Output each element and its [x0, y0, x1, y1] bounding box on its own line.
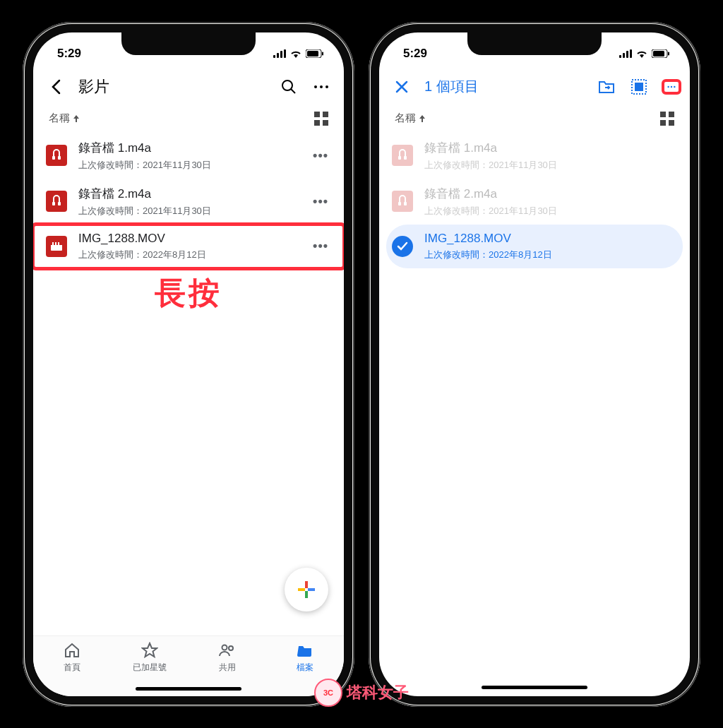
- select-all-button[interactable]: [629, 79, 649, 95]
- wifi-icon: [289, 49, 302, 58]
- sort-row: 名稱: [33, 106, 344, 129]
- folder-icon: [297, 642, 313, 659]
- star-icon: [141, 642, 158, 659]
- home-indicator[interactable]: [482, 686, 587, 689]
- svg-rect-36: [653, 51, 664, 56]
- battery-icon: [652, 49, 670, 58]
- more-button-highlighted[interactable]: [662, 79, 681, 95]
- annotation-label: 長按: [33, 273, 344, 314]
- svg-point-7: [282, 80, 292, 90]
- svg-rect-24: [58, 242, 59, 245]
- svg-rect-50: [404, 202, 407, 205]
- sort-row: 名稱: [379, 106, 690, 129]
- battery-icon: [306, 49, 324, 58]
- home-icon: [64, 642, 80, 659]
- file-item-selected[interactable]: IMG_1288.MOV 上次修改時間：2022年8月12日: [386, 225, 683, 268]
- file-sub: 上次修改時間：2021年11月30日: [424, 205, 674, 217]
- sort-button[interactable]: 名稱: [395, 112, 426, 125]
- more-button[interactable]: [311, 85, 331, 89]
- svg-rect-32: [623, 53, 625, 58]
- svg-rect-47: [398, 156, 401, 160]
- nav-label: 首頁: [64, 662, 80, 674]
- signal-icon: [619, 49, 632, 58]
- wifi-icon: [635, 49, 648, 58]
- fab-add-button[interactable]: [285, 568, 328, 611]
- svg-rect-16: [52, 156, 55, 160]
- nav-home[interactable]: 首頁: [33, 642, 111, 696]
- view-toggle-button[interactable]: [314, 112, 328, 126]
- page-title: 影片: [78, 76, 266, 97]
- svg-point-9: [314, 85, 317, 88]
- svg-point-41: [671, 85, 672, 87]
- arrow-up-icon: [419, 114, 426, 123]
- file-item[interactable]: 錄音檔 2.m4a 上次修改時間：2021年11月30日 •••: [33, 179, 344, 225]
- svg-rect-44: [669, 112, 674, 117]
- watermark: 3C 塔科女子: [314, 679, 409, 707]
- svg-rect-46: [669, 120, 674, 126]
- watermark-text: 塔科女子: [347, 682, 409, 703]
- svg-rect-25: [305, 581, 308, 588]
- notch: [121, 32, 256, 55]
- svg-rect-31: [619, 55, 621, 58]
- file-sub: 上次修改時間：2021年11月30日: [78, 159, 301, 172]
- nav-label: 共用: [219, 662, 236, 674]
- svg-rect-33: [626, 51, 628, 58]
- check-icon: [392, 236, 413, 257]
- file-item[interactable]: 錄音檔 1.m4a 上次修改時間：2021年11月30日: [379, 133, 690, 179]
- nav-label: 已加星號: [133, 662, 167, 674]
- svg-rect-3: [284, 49, 286, 58]
- svg-point-30: [229, 646, 233, 650]
- svg-rect-6: [322, 52, 323, 55]
- svg-rect-5: [307, 51, 318, 56]
- status-time: 5:29: [57, 47, 81, 61]
- search-button[interactable]: [279, 79, 299, 95]
- svg-rect-22: [52, 242, 54, 245]
- svg-rect-43: [660, 112, 666, 117]
- item-more-button[interactable]: •••: [313, 194, 328, 209]
- plus-icon: [297, 580, 316, 599]
- people-icon: [219, 642, 236, 659]
- svg-rect-12: [314, 112, 320, 117]
- app-header: 影片: [33, 68, 344, 106]
- svg-rect-14: [314, 120, 320, 126]
- svg-rect-38: [635, 83, 643, 91]
- file-list: 錄音檔 1.m4a 上次修改時間：2021年11月30日 錄音檔 2.m4a 上…: [379, 129, 690, 696]
- svg-rect-28: [308, 588, 315, 591]
- svg-rect-37: [668, 52, 669, 55]
- sort-label: 名稱: [395, 112, 416, 125]
- svg-rect-18: [52, 202, 55, 205]
- item-more-button[interactable]: •••: [313, 148, 328, 163]
- svg-rect-27: [298, 588, 305, 591]
- svg-rect-0: [273, 55, 275, 58]
- back-button[interactable]: [46, 79, 66, 95]
- svg-rect-23: [55, 242, 56, 245]
- file-item-highlighted[interactable]: IMG_1288.MOV 上次修改時間：2022年8月12日 •••: [33, 225, 344, 268]
- file-name: IMG_1288.MOV: [424, 232, 674, 246]
- file-list: 錄音檔 1.m4a 上次修改時間：2021年11月30日 ••• 錄音檔 2.m…: [33, 129, 344, 696]
- svg-rect-15: [323, 120, 328, 126]
- file-name: IMG_1288.MOV: [78, 232, 301, 246]
- watermark-avatar-icon: 3C: [314, 679, 342, 707]
- item-more-button[interactable]: •••: [313, 239, 328, 253]
- file-item[interactable]: 錄音檔 1.m4a 上次修改時間：2021年11月30日 •••: [33, 133, 344, 179]
- svg-rect-48: [404, 156, 407, 160]
- home-indicator[interactable]: [136, 687, 241, 691]
- bottom-nav: 首頁 已加星號 共用 檔案: [33, 635, 344, 696]
- file-name: 錄音檔 1.m4a: [424, 140, 674, 156]
- file-sub: 上次修改時間：2022年8月12日: [424, 249, 674, 261]
- svg-rect-17: [58, 156, 61, 160]
- file-sub: 上次修改時間：2021年11月30日: [424, 159, 674, 172]
- svg-rect-49: [398, 202, 401, 205]
- file-item[interactable]: 錄音檔 2.m4a 上次修改時間：2021年11月30日: [379, 179, 690, 225]
- svg-point-29: [222, 645, 227, 650]
- file-name: 錄音檔 2.m4a: [78, 186, 301, 202]
- move-to-button[interactable]: [597, 80, 616, 94]
- file-sub: 上次修改時間：2021年11月30日: [78, 205, 301, 217]
- svg-rect-13: [323, 112, 328, 117]
- close-button[interactable]: [392, 80, 412, 93]
- notch: [467, 32, 602, 55]
- file-sub: 上次修改時間：2022年8月12日: [78, 249, 301, 261]
- sort-button[interactable]: 名稱: [49, 112, 80, 125]
- view-toggle-button[interactable]: [660, 112, 674, 126]
- svg-rect-2: [280, 51, 282, 58]
